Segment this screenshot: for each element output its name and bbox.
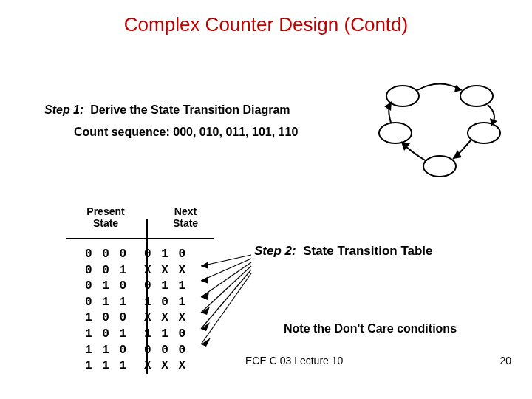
table-row: 0 1 00 1 1 [85, 279, 203, 295]
table-header-present: PresentState [76, 205, 135, 229]
next-state-cell: 1 1 0 [144, 327, 203, 343]
table-row: 0 0 1X X X [85, 263, 203, 279]
footer-lecture: ECE C 03 Lecture 10 [245, 355, 343, 366]
next-state-cell: 0 1 1 [144, 279, 203, 295]
svg-line-16 [201, 266, 251, 313]
present-state-cell: 0 0 1 [85, 263, 144, 279]
table-header-next: NextState [160, 205, 211, 229]
present-state-cell: 1 0 0 [85, 310, 144, 327]
table-row: 1 1 1X X X [85, 358, 203, 375]
step2-label: Step 2: [254, 244, 296, 258]
dont-care-note: Note the Don't Care conditions [284, 322, 457, 335]
svg-line-20 [201, 273, 251, 344]
svg-point-4 [423, 156, 456, 177]
table-row: 0 1 11 0 1 [85, 295, 203, 311]
present-state-cell: 0 1 1 [85, 295, 144, 311]
present-state-cell: 0 0 0 [85, 247, 144, 263]
present-state-cell: 0 1 0 [85, 279, 144, 295]
next-state-cell: X X X [144, 263, 203, 279]
present-state-cell: 1 1 1 [85, 358, 144, 375]
svg-point-2 [468, 123, 500, 143]
step2-text: State Transition Table [303, 244, 432, 258]
svg-line-12 [201, 259, 251, 281]
svg-point-3 [379, 123, 412, 143]
svg-line-18 [201, 270, 251, 329]
step1-text: Derive the State Transition Diagram [90, 103, 290, 116]
annotation-arrows [0, 0, 532, 399]
table-row: 1 0 11 1 0 [85, 327, 203, 343]
present-state-cell: 1 0 1 [85, 327, 144, 343]
next-state-cell: X X X [144, 358, 203, 375]
svg-line-14 [201, 262, 251, 297]
slide-title: Complex Counter Design (Contd) [0, 0, 532, 36]
footer-page-number: 20 [499, 355, 511, 366]
svg-marker-5 [454, 85, 462, 92]
table-row: 0 0 00 1 0 [85, 247, 203, 263]
present-state-cell: 1 1 0 [85, 343, 144, 359]
step1-label: Step 1: [44, 103, 83, 116]
step2-line: Step 2: State Transition Table [254, 244, 433, 259]
count-sequence: Count sequence: 000, 010, 011, 101, 110 [74, 126, 298, 139]
table-row: 1 0 0X X X [85, 310, 203, 327]
next-state-cell: 0 1 0 [144, 247, 203, 263]
step1-line: Step 1: Derive the State Transition Diag… [44, 103, 290, 117]
next-state-cell: 1 0 1 [144, 295, 203, 311]
svg-line-10 [201, 255, 251, 266]
state-table-body: 0 0 00 1 00 0 1X X X0 1 00 1 10 1 11 0 1… [85, 247, 203, 375]
table-divider-horizontal [66, 238, 214, 239]
svg-marker-9 [384, 102, 392, 111]
table-row: 1 1 00 0 0 [85, 343, 203, 359]
state-diagram [373, 74, 506, 185]
next-state-cell: 0 0 0 [144, 343, 203, 359]
next-state-cell: X X X [144, 310, 203, 327]
svg-point-1 [460, 86, 493, 106]
